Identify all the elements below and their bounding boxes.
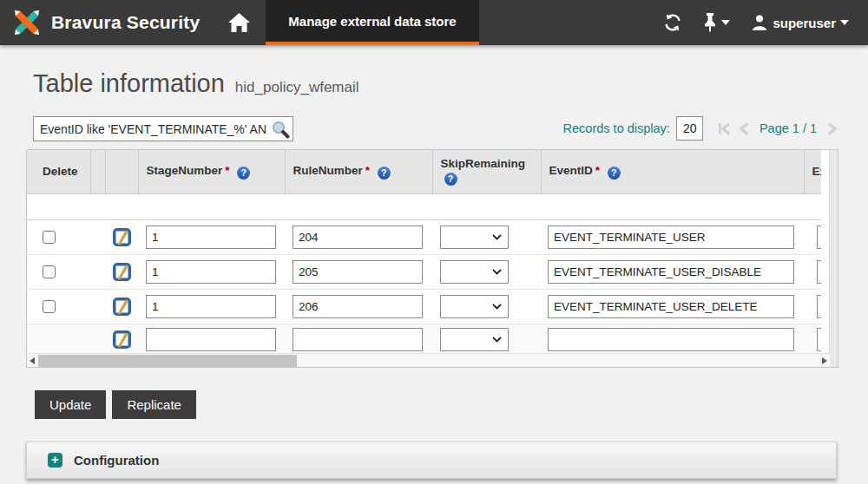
rule-number-input[interactable]	[293, 328, 423, 351]
rule-number-input[interactable]	[293, 295, 423, 318]
brand: Bravura Security	[0, 0, 212, 45]
row-delete-checkbox[interactable]	[43, 300, 56, 313]
records-area: Records to display: Page 1 / 1	[563, 114, 838, 143]
stage-number-input[interactable]	[146, 260, 276, 284]
stage-number-input[interactable]	[146, 328, 276, 351]
required-asterisk: *	[593, 164, 601, 177]
event-id-input[interactable]	[548, 226, 794, 249]
rule-number-input[interactable]	[293, 226, 423, 249]
edit-row-icon[interactable]	[112, 297, 132, 317]
event-id-input[interactable]	[548, 295, 794, 318]
table-row	[27, 289, 821, 324]
replicate-button[interactable]: Replicate	[112, 390, 196, 419]
select-chevron-icon	[492, 337, 502, 343]
brand-name: Bravura Security	[51, 12, 200, 33]
select-chevron-icon	[492, 269, 502, 275]
event-id-input[interactable]	[548, 260, 794, 284]
brand-logo-icon	[10, 6, 43, 39]
select-chevron-icon	[492, 304, 502, 310]
column-header-delete: Delete	[27, 150, 90, 193]
skip-remaining-select[interactable]	[440, 328, 509, 351]
records-input[interactable]	[676, 116, 703, 141]
expand-plus-icon[interactable]: +	[48, 453, 62, 468]
edit-row-icon[interactable]	[112, 262, 132, 282]
active-tab-manage-external-data-store[interactable]: Manage external data store	[266, 0, 478, 45]
column-header-blank	[90, 150, 105, 193]
update-button[interactable]: Update	[35, 390, 106, 419]
pin-caret-icon	[721, 20, 730, 25]
pin-icon	[703, 13, 717, 32]
skip-remaining-select[interactable]	[440, 226, 509, 249]
user-name: superuser	[773, 16, 836, 30]
scroll-thumb[interactable]	[38, 355, 297, 367]
column-header-expression: Expr	[804, 150, 821, 193]
next-page-icon[interactable]	[827, 122, 838, 135]
required-asterisk: *	[222, 164, 230, 177]
help-icon[interactable]: ?	[444, 173, 457, 186]
page-indicator: Page 1 / 1	[760, 121, 817, 135]
new-record-row	[27, 324, 821, 353]
help-icon[interactable]: ?	[237, 167, 250, 180]
help-icon[interactable]: ?	[378, 167, 391, 180]
horizontal-scrollbar[interactable]	[27, 353, 830, 367]
column-header-rule-number: RuleNumber* ?	[285, 150, 432, 193]
user-caret-icon	[840, 20, 849, 25]
table-row	[27, 254, 821, 289]
event-id-input[interactable]	[548, 328, 794, 351]
prev-page-icon[interactable]	[739, 122, 749, 135]
nav-right: superuser	[663, 0, 868, 45]
user-menu[interactable]: superuser	[751, 14, 849, 31]
select-chevron-icon	[492, 234, 502, 240]
table-scroll-area: Delete StageNumber* ? RuleNumber* ? Skip…	[27, 150, 821, 353]
help-icon[interactable]: ?	[608, 167, 621, 180]
scroll-left-arrow-icon[interactable]	[30, 357, 35, 364]
edit-row-icon[interactable]	[112, 330, 132, 350]
title-row: Table information hid_policy_wfemail	[33, 69, 359, 98]
column-header-edit	[105, 150, 138, 193]
edit-row-icon[interactable]	[112, 227, 132, 247]
table-row	[27, 219, 821, 254]
vertical-scrollbar[interactable]	[829, 150, 838, 367]
table-header-row: Delete StageNumber* ? RuleNumber* ? Skip…	[27, 150, 821, 193]
scroll-right-arrow-icon[interactable]	[822, 357, 827, 364]
action-buttons: Update Replicate	[35, 390, 196, 419]
expression-input[interactable]	[817, 260, 821, 284]
configuration-section[interactable]: + Configuration	[26, 441, 837, 479]
refresh-button[interactable]	[663, 13, 682, 32]
page-subtitle: hid_policy_wfemail	[235, 79, 359, 96]
user-icon	[751, 14, 768, 31]
tab-label: Manage external data store	[288, 14, 456, 29]
skip-remaining-select[interactable]	[440, 295, 509, 318]
column-header-skip-remaining: SkipRemaining ?	[432, 150, 541, 193]
filter-box	[33, 116, 293, 141]
pin-menu-button[interactable]	[703, 13, 730, 32]
rule-number-input[interactable]	[293, 260, 423, 284]
required-asterisk: *	[363, 164, 371, 177]
column-header-stage-number: StageNumber* ?	[138, 150, 285, 193]
data-table: Delete StageNumber* ? RuleNumber* ? Skip…	[26, 149, 838, 368]
skip-remaining-select[interactable]	[440, 260, 509, 284]
pagination: Page 1 / 1	[718, 121, 838, 135]
configuration-label: Configuration	[74, 453, 159, 468]
home-icon	[227, 12, 251, 33]
expression-input[interactable]	[817, 328, 821, 351]
search-icon[interactable]	[271, 120, 290, 139]
spacer-row	[27, 193, 821, 219]
stage-number-input[interactable]	[146, 295, 276, 318]
row-delete-checkbox[interactable]	[43, 231, 56, 244]
page-title: Table information	[33, 69, 225, 98]
column-header-event-id: EventID* ?	[541, 150, 804, 193]
first-page-icon[interactable]	[718, 122, 732, 135]
expression-input[interactable]	[817, 295, 821, 318]
filter-input[interactable]	[34, 122, 271, 136]
expression-input[interactable]	[817, 226, 821, 249]
app-window: Bravura Security Manage external data st…	[0, 0, 868, 484]
top-nav: Bravura Security Manage external data st…	[0, 0, 868, 45]
refresh-icon	[663, 13, 682, 32]
row-delete-checkbox[interactable]	[43, 265, 56, 278]
stage-number-input[interactable]	[146, 226, 276, 249]
records-label: Records to display:	[563, 121, 670, 135]
home-tab[interactable]	[212, 0, 266, 45]
